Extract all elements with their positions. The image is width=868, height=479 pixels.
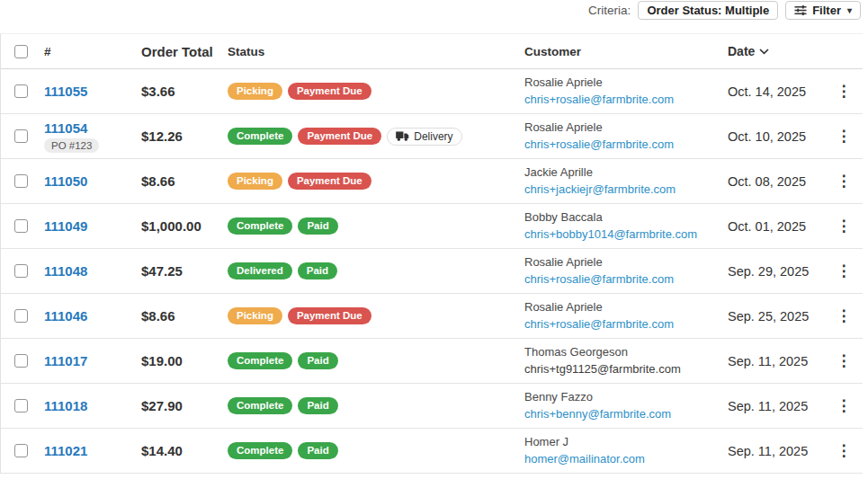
status-badge: Complete [228,397,292,415]
row-checkbox[interactable] [14,264,28,278]
order-date: Oct. 01, 2025 [728,219,828,234]
customer-email-link[interactable]: homer@mailinator.com [524,452,728,467]
status-badges: CompletePaid [228,217,524,235]
customer-email-link[interactable]: chris+benny@farmbrite.com [524,407,728,422]
row-checkbox[interactable] [14,309,28,323]
row-actions-cell: ⋮ [828,82,863,101]
order-date: Sep. 11, 2025 [728,444,828,458]
order-id-cell: 111050 [44,173,141,189]
order-total: $8.66 [141,173,228,189]
order-total: $12.26 [141,129,228,144]
row-checkbox[interactable] [14,174,28,188]
status-badge: Payment Due [288,173,371,191]
kebab-menu-icon[interactable]: ⋮ [831,306,857,325]
customer-email-link[interactable]: chris+rosalie@farmbrite.com [524,317,728,333]
row-checkbox-cell [1,129,44,143]
status-badge: Picking [228,173,282,191]
kebab-menu-icon[interactable]: ⋮ [831,262,857,280]
kebab-menu-icon[interactable]: ⋮ [831,172,857,191]
kebab-menu-icon[interactable]: ⋮ [831,441,857,460]
customer-name: Rosalie Apriele [524,300,728,315]
table-row: 111054 PO #123 $12.26 CompletePayment Du… [1,114,863,159]
order-number-link[interactable]: 111054 [44,120,87,136]
customer-cell: Rosalie Apriele chris+rosalie@farmbrite.… [524,75,728,108]
status-badge: Delivered [228,262,292,280]
order-id-cell: 111048 [44,263,141,279]
header-number: # [44,45,141,58]
customer-name: Jackie Aprille [524,165,728,181]
order-total: $14.40 [141,443,228,458]
row-actions-cell: ⋮ [828,351,863,370]
orders-table: # Order Total Status Customer Date 11105… [0,33,863,474]
customer-email-link[interactable]: chris+jackiejr@farmbrite.com [524,182,728,198]
customer-email-link[interactable]: chris+rosalie@farmbrite.com [524,137,728,153]
row-checkbox-cell [1,444,44,457]
sliders-icon [794,4,807,16]
kebab-menu-icon[interactable]: ⋮ [831,217,857,235]
order-total: $8.66 [141,308,228,324]
criteria-chip-order-status[interactable]: Order Status: Multiple [638,1,778,20]
customer-email-link[interactable]: chris+bobby1014@farmbrite.com [524,227,728,243]
order-number-link[interactable]: 111021 [44,443,87,458]
order-number-link[interactable]: 111018 [44,398,87,413]
table-row: 111048 $47.25 DeliveredPaid Rosalie Apri… [1,249,863,294]
customer-name: Bobby Baccala [524,210,728,226]
order-number-link[interactable]: 111046 [44,308,87,324]
order-date: Sep. 29, 2025 [728,264,828,279]
table-body: 111055 $3.66 PickingPayment Due Rosalie … [1,69,863,474]
customer-name: Rosalie Apriele [524,120,728,136]
customer-cell: Thomas Georgeson chris+tg91125@farmbrite… [524,345,728,377]
customer-name: Benny Fazzo [524,390,728,405]
status-badge: Payment Due [288,83,371,101]
kebab-menu-icon[interactable]: ⋮ [831,82,857,101]
customer-cell: Rosalie Apriele chris+rosalie@farmbrite.… [524,255,728,288]
select-all-checkbox[interactable] [14,45,28,58]
status-badges: DeliveredPaid [228,262,524,280]
order-total: $19.00 [141,353,228,368]
row-checkbox[interactable] [14,129,28,143]
order-number-link[interactable]: 111055 [44,84,87,99]
order-id-cell: 111017 [44,353,141,368]
row-checkbox-cell [1,219,44,233]
row-checkbox-cell [1,309,44,323]
status-badge: Picking [228,83,282,101]
customer-email-link[interactable]: chris+rosalie@farmbrite.com [524,272,728,288]
status-badge: Paid [298,352,337,370]
status-badge: Paid [298,397,337,415]
order-number-link[interactable]: 111049 [44,218,87,234]
customer-name: Rosalie Apriele [524,75,728,91]
row-actions-cell: ⋮ [828,217,863,235]
criteria-bar: Criteria: Order Status: Multiple Filter … [0,0,868,20]
kebab-menu-icon[interactable]: ⋮ [831,351,857,370]
row-checkbox[interactable] [14,444,28,457]
order-number-link[interactable]: 111050 [44,173,87,189]
header-date-sortable[interactable]: Date [728,44,828,58]
filter-button-label: Filter [812,4,841,17]
order-total: $1,000.00 [141,218,228,234]
order-id-cell: 111049 [44,218,141,234]
kebab-menu-icon[interactable]: ⋮ [831,396,857,415]
order-number-link[interactable]: 111017 [44,353,87,368]
row-checkbox[interactable] [14,399,28,412]
table-header-row: # Order Total Status Customer Date [1,34,863,69]
table-row: 111049 $1,000.00 CompletePaid Bobby Bacc… [1,204,863,249]
filter-button[interactable]: Filter ▾ [785,1,861,20]
order-number-link[interactable]: 111048 [44,263,87,279]
table-row: 111021 $14.40 CompletePaid Homer J homer… [1,429,863,474]
status-badge: Payment Due [288,307,371,325]
row-checkbox-cell [1,174,44,188]
customer-cell: Benny Fazzo chris+benny@farmbrite.com [524,390,728,422]
customer-cell: Jackie Aprille chris+jackiejr@farmbrite.… [524,165,728,198]
customer-cell: Homer J homer@mailinator.com [524,435,728,467]
row-checkbox[interactable] [14,84,28,98]
status-badges: CompletePaid [228,397,524,415]
order-date: Sep. 11, 2025 [728,399,828,413]
order-total: $27.90 [141,398,228,413]
row-checkbox[interactable] [14,219,28,233]
kebab-menu-icon[interactable]: ⋮ [831,127,857,146]
row-actions-cell: ⋮ [828,127,863,146]
row-checkbox[interactable] [14,354,28,368]
header-order-total: Order Total [141,44,228,59]
customer-email-link[interactable]: chris+rosalie@farmbrite.com [524,93,728,108]
status-badge: Delivery [387,128,461,146]
